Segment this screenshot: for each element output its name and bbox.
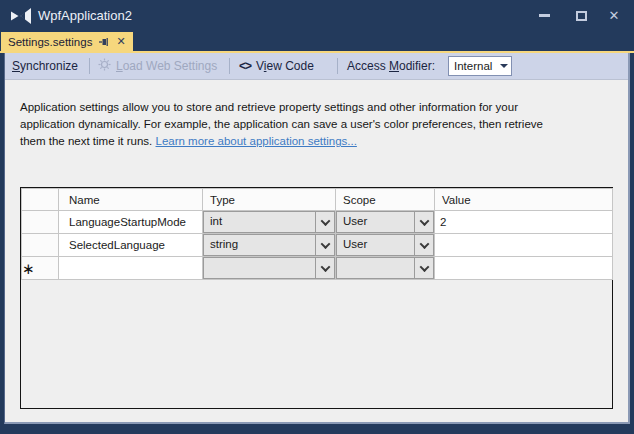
description-text: Application settings allow you to store … <box>20 99 543 150</box>
new-row-indicator[interactable]: ∗ <box>22 257 59 280</box>
column-header-name: Name <box>59 189 203 211</box>
load-web-settings-label: Load Web Settings <box>116 59 217 73</box>
code-brackets-icon: <> <box>239 59 251 73</box>
minimize-icon <box>539 14 550 17</box>
column-header-type: Type <box>203 189 336 211</box>
scope-dropdown[interactable]: User <box>336 211 435 234</box>
chevron-down-icon[interactable] <box>414 258 433 278</box>
settings-designer-page: Application settings allow you to store … <box>5 80 628 422</box>
editor-frame: Synchronize Load Web Settings <> <box>4 53 630 424</box>
name-cell[interactable]: SelectedLanguage <box>59 234 203 257</box>
view-code-label: View Code <box>256 59 314 73</box>
document-tab-strip: Settings.settings ✕ <box>0 32 634 51</box>
access-modifier-label: Access Modifier: <box>347 53 435 79</box>
pin-icon[interactable] <box>99 37 109 47</box>
access-modifier-select[interactable]: Internal <box>448 56 512 76</box>
view-code-button[interactable]: <> View Code <box>239 53 314 79</box>
grid-header-row: Name Type Scope Value <box>22 189 613 211</box>
value-cell[interactable]: 2 <box>435 211 613 234</box>
toolbar-separator <box>229 58 230 74</box>
description-line-3: them the next time it runs. Learn more a… <box>20 133 543 150</box>
synchronize-label: Synchronize <box>12 59 78 73</box>
type-dropdown[interactable]: string <box>203 234 336 257</box>
table-row-new: ∗ <box>22 257 613 280</box>
combo-dropdown-icon <box>497 64 511 68</box>
visual-studio-logo-icon <box>10 7 32 29</box>
tab-settings-settings[interactable]: Settings.settings ✕ <box>1 32 133 51</box>
value-cell[interactable] <box>435 257 613 280</box>
maximize-button[interactable] <box>570 6 592 25</box>
scope-dropdown[interactable] <box>336 257 435 280</box>
value-cell[interactable] <box>435 234 613 257</box>
access-modifier-value: Internal <box>449 60 497 72</box>
column-header-scope: Scope <box>336 189 435 211</box>
learn-more-link[interactable]: Learn more about application settings... <box>156 135 357 147</box>
chevron-down-icon[interactable] <box>414 212 433 232</box>
description-line-2: application dynamically. For example, th… <box>20 116 543 133</box>
minimize-button[interactable] <box>533 6 555 25</box>
maximize-icon <box>576 11 587 21</box>
type-dropdown[interactable] <box>203 257 336 280</box>
settings-grid: Name Type Scope Value LanguageStartupMod… <box>20 187 613 409</box>
column-header-value: Value <box>435 189 613 211</box>
web-settings-gear-icon <box>98 58 111 74</box>
description-line-1: Application settings allow you to store … <box>20 99 543 116</box>
name-cell[interactable] <box>59 257 203 280</box>
row-selector[interactable] <box>22 234 59 257</box>
close-icon: ✕ <box>609 9 620 22</box>
synchronize-button[interactable]: Synchronize <box>12 53 78 79</box>
type-dropdown[interactable]: int <box>203 211 336 234</box>
window-title: WpfApplication2 <box>38 0 132 32</box>
chevron-down-icon[interactable] <box>315 235 334 255</box>
chevron-down-icon[interactable] <box>315 212 334 232</box>
tab-label: Settings.settings <box>8 36 92 48</box>
table-row: LanguageStartupMode int User 2 <box>22 211 613 234</box>
row-selector[interactable] <box>22 211 59 234</box>
close-button[interactable]: ✕ <box>603 6 625 25</box>
row-header-corner <box>22 189 59 211</box>
app-window: WpfApplication2 ✕ Settings.settings ✕ Sy… <box>0 0 634 434</box>
toolbar-separator <box>337 58 338 74</box>
load-web-settings-button[interactable]: Load Web Settings <box>98 53 217 79</box>
scope-dropdown[interactable]: User <box>336 234 435 257</box>
title-bar: WpfApplication2 ✕ <box>0 0 634 32</box>
settings-toolbar: Synchronize Load Web Settings <> <box>5 53 628 80</box>
tab-close-icon[interactable]: ✕ <box>116 36 125 47</box>
toolbar-separator <box>89 58 90 74</box>
name-cell[interactable]: LanguageStartupMode <box>59 211 203 234</box>
chevron-down-icon[interactable] <box>414 235 433 255</box>
table-row: SelectedLanguage string User <box>22 234 613 257</box>
chevron-down-icon[interactable] <box>315 258 334 278</box>
